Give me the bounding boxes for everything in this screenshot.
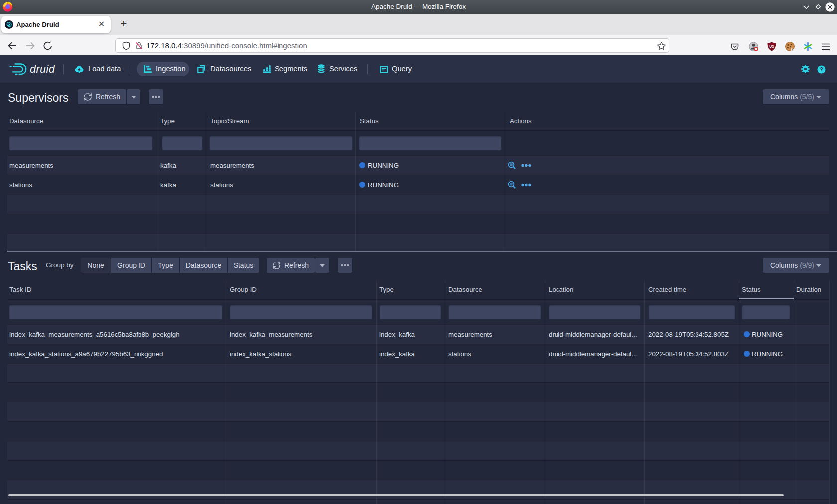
svg-text:UO: UO — [769, 45, 774, 48]
svg-text:?: ? — [820, 66, 823, 72]
